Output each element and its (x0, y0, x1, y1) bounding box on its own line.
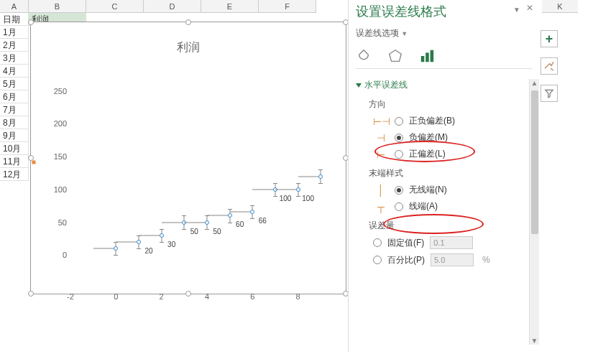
x-tick: 0 (114, 292, 118, 301)
chart-elements-button[interactable]: + (540, 30, 558, 47)
amount-value-input[interactable]: 0.1 (430, 236, 473, 249)
cell-A3[interactable]: 2月 (0, 39, 29, 52)
chart-object[interactable]: 利润 050100150200250-202468203050506066100… (30, 22, 346, 294)
radio[interactable] (395, 117, 403, 126)
close-icon[interactable]: ✕ (525, 3, 535, 13)
col-A[interactable]: A (0, 0, 29, 13)
svg-rect-1 (421, 56, 425, 62)
data-point[interactable] (228, 213, 232, 218)
amount-value-input[interactable]: 5.0 (431, 253, 474, 266)
direction-icon: ⊢⊣ (373, 116, 389, 127)
col-K[interactable]: K (542, 0, 578, 13)
radio[interactable] (395, 134, 403, 142)
amount-label: 固定值(F) (387, 237, 424, 249)
amount-label: 误差量 (369, 220, 532, 232)
y-tick: 0 (49, 251, 67, 259)
direction-icon: ⊢ (373, 149, 389, 160)
direction-option[interactable]: ⊢⊣正负偏差(B) (373, 115, 532, 127)
endstyle-label: 线端(A) (409, 200, 438, 213)
data-point[interactable] (205, 220, 209, 225)
chart-title[interactable]: 利润 (177, 40, 200, 55)
effects-tab-icon[interactable] (387, 48, 403, 64)
radio[interactable] (373, 256, 382, 264)
data-label: 50 (190, 227, 198, 235)
endstyle-icon: ┬ (373, 201, 389, 213)
y-tick: 50 (49, 218, 67, 227)
col-B[interactable]: B (29, 0, 86, 13)
cell-A6[interactable]: 5月 (0, 78, 29, 90)
x-tick: 8 (296, 292, 300, 301)
direction-label: 方向 (369, 98, 532, 111)
direction-label: 负偏差(M) (409, 131, 448, 144)
svg-rect-3 (431, 50, 434, 62)
data-point[interactable] (296, 187, 300, 192)
col-D[interactable]: D (144, 0, 201, 13)
radio[interactable] (395, 150, 403, 159)
svg-marker-0 (390, 50, 402, 62)
amount-option[interactable]: 固定值(F)0.1 (373, 236, 532, 249)
error-bar-handle-left[interactable] (32, 161, 36, 164)
endstyle-label: 末端样式 (369, 167, 532, 179)
chart-filters-button[interactable] (540, 85, 558, 102)
cell-A12[interactable]: 11月 (0, 155, 29, 168)
col-E[interactable]: E (201, 0, 259, 13)
cell-A11[interactable]: 10月 (0, 142, 29, 155)
data-point[interactable] (318, 174, 323, 179)
direction-option[interactable]: ⊣负偏差(M) (373, 131, 532, 144)
radio[interactable] (373, 238, 382, 247)
cell-A2[interactable]: 1月 (0, 26, 29, 39)
column-headers: A B C D E F (0, 0, 316, 13)
x-tick: 4 (205, 292, 209, 301)
data-label: 60 (236, 220, 244, 228)
endstyle-option[interactable]: │无线端(N) (373, 184, 532, 196)
cell-A1[interactable]: 日期 (0, 13, 29, 26)
cell-A8[interactable]: 7月 (0, 103, 29, 116)
cell-A4[interactable]: 3月 (0, 52, 29, 65)
cell-A9[interactable]: 8月 (0, 116, 29, 129)
x-tick: 2 (160, 292, 164, 301)
data-point[interactable] (250, 210, 254, 214)
cell-A5[interactable]: 4月 (0, 65, 29, 78)
endstyle-label: 无线端(N) (409, 184, 447, 196)
data-point[interactable] (137, 240, 141, 244)
options-dropdown[interactable]: 误差线选项 (356, 28, 399, 38)
fill-tab-icon[interactable] (356, 48, 372, 64)
endstyle-option[interactable]: ┬线端(A) (373, 200, 532, 213)
data-label: 30 (167, 240, 175, 248)
radio[interactable] (395, 202, 403, 211)
y-tick: 100 (49, 185, 67, 194)
section-horizontal-error-bars[interactable]: 水平误差线 (356, 79, 532, 91)
radio[interactable] (395, 186, 403, 195)
panel-tabs (356, 48, 532, 64)
panel-scrollbar[interactable]: ▲ ▼ (529, 79, 539, 345)
col-C[interactable]: C (86, 0, 144, 13)
x-tick: 6 (250, 292, 254, 301)
y-tick: 200 (49, 119, 67, 128)
data-point[interactable] (160, 233, 164, 238)
data-label: 100 (302, 194, 314, 202)
data-point[interactable] (114, 246, 118, 251)
cell-A13[interactable]: 12月 (0, 168, 29, 181)
direction-label: 正负偏差(B) (409, 115, 455, 127)
panel-title: 设置误差线格式 (356, 3, 532, 20)
chart-styles-button[interactable] (540, 57, 558, 75)
y-tick: 150 (49, 152, 67, 161)
plot-area[interactable]: 050100150200250-202468203050506066100100 (70, 58, 344, 288)
scroll-down-icon[interactable]: ▼ (530, 337, 539, 345)
direction-label: 正偏差(L) (409, 148, 446, 160)
scroll-thumb[interactable] (531, 90, 538, 234)
bars-tab-icon[interactable] (419, 48, 435, 64)
data-label: 50 (213, 227, 221, 235)
cell-A10[interactable]: 9月 (0, 129, 29, 142)
panel-dropdown-icon[interactable]: ▼ (513, 6, 520, 14)
direction-option[interactable]: ⊢正偏差(L) (373, 148, 532, 160)
format-error-bars-panel: 设置误差线格式 ▼ ✕ 误差线选项 ▼ 水平误差线 方向 ⊢⊣正负偏差(B)⊣负… (348, 0, 539, 352)
amount-option[interactable]: 百分比(P)5.0% (373, 253, 532, 266)
amount-label: 百分比(P) (387, 254, 425, 266)
scroll-up-icon[interactable]: ▲ (530, 79, 539, 87)
y-tick: 250 (49, 87, 67, 95)
data-label: 66 (259, 216, 267, 224)
cell-A7[interactable]: 6月 (0, 90, 29, 103)
direction-icon: ⊣ (373, 132, 389, 144)
col-F[interactable]: F (259, 0, 316, 13)
